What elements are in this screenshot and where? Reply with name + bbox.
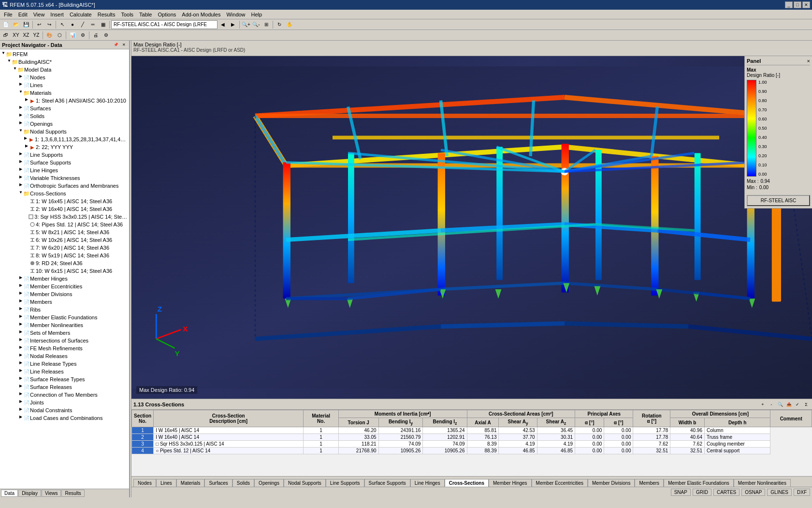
bottom-tab-line-hinges[interactable]: Line Hinges [410,479,445,487]
table-cell[interactable]: 1 [304,434,339,441]
menu-window[interactable]: Window [223,11,248,18]
menu-results[interactable]: Results [95,11,118,18]
bottom-tab-solids[interactable]: Solids [232,479,254,487]
snap-btn[interactable]: SNAP [671,489,691,496]
render-btn[interactable]: 🎨 [44,30,54,40]
tree-item-joints[interactable]: ▶📄Joints [1,399,128,406]
table-cell[interactable]: 46.85 [537,448,575,454]
table-cell[interactable]: 32.51 [670,448,705,454]
table-cell[interactable]: □ Sqr HSS 3x3x0.125 | AISC 14 [154,441,304,448]
print-btn[interactable]: 🖨 [91,30,101,40]
nav-back-btn[interactable]: ◀ [218,20,228,30]
tree-item-openings[interactable]: ▶📄Openings [1,120,128,128]
table-cell[interactable]: 40.96 [670,427,705,434]
table-row[interactable]: 2I W 16x40 | AISC 14133.0521560.791202.9… [132,434,812,441]
table-cell[interactable]: 1 [304,441,339,448]
select-btn[interactable]: ↖ [58,20,67,30]
bottom-tab-member-eccentricities[interactable]: Member Eccentricities [532,479,588,487]
tree-item-ribs[interactable]: ▶📄Ribs [1,306,128,314]
table-cell[interactable]: 42.53 [499,427,537,434]
tree-item-memberelastic[interactable]: ▶📄Member Elastic Foundations [1,314,128,321]
table-filter-btn[interactable]: 🔍 [776,401,784,408]
calc-btn[interactable]: ⚙ [78,30,87,40]
table-cell[interactable]: 76.13 [467,434,499,441]
table-cell[interactable]: 33.05 [338,434,378,441]
table-cell[interactable]: 0.00 [604,441,633,448]
table-sum-btn[interactable]: Σ [802,401,810,408]
line-btn[interactable]: ╱ [78,20,87,30]
redo-btn[interactable]: ↪ [44,20,54,30]
pan-btn[interactable]: ✋ [285,20,294,30]
zoom-in-btn[interactable]: 🔍+ [241,20,251,30]
tree-item-nodalconstraints[interactable]: ▶📄Nodal Constraints [1,406,128,414]
table-row[interactable]: 1I W 16x45 | AISC 14146.2024391.161365.2… [132,427,812,434]
table-cell[interactable]: 10905.26 [378,448,423,454]
nav-pin-btn[interactable]: 📌 [113,42,119,48]
dxf-btn[interactable]: DXF [794,489,810,496]
table-row[interactable]: 3□ Sqr HSS 3x3x0.125 | AISC 141118.2174.… [132,441,812,448]
tree-item-femesh[interactable]: ▶📄FE Mesh Refinements [1,344,128,352]
table-cell[interactable]: Coupling member [704,441,770,448]
tree-item-linereleases[interactable]: ▶📄Line Releases [1,368,128,375]
minimize-btn[interactable]: _ [785,1,793,8]
bottom-tab-nodal-supports[interactable]: Nodal Supports [284,479,326,487]
panel-close-btn[interactable]: × [807,58,810,64]
tree-item-cs2[interactable]: 2: W 16x40 | AISC 14; Steel A36 [1,205,128,213]
tree-item-cs8[interactable]: 8: W 5x19 | AISC 14; Steel A36 [1,252,128,259]
table-cell[interactable]: 40.64 [670,434,705,441]
table-cell[interactable]: 24391.16 [378,427,423,434]
menu-tools[interactable]: Tools [118,11,136,18]
view3d-btn[interactable]: 🗗 [1,30,11,40]
tree-item-solids[interactable]: ▶📄Solids [1,112,128,120]
table-cell[interactable]: Column [704,427,770,434]
table-cell[interactable]: 0.00 [604,448,633,454]
menu-insert[interactable]: Insert [47,11,67,18]
bottom-tab-materials[interactable]: Materials [176,479,205,487]
table-cell[interactable]: 0.00 [604,427,633,434]
table-cell[interactable]: 85.81 [467,427,499,434]
table-cell[interactable]: 4.19 [537,441,575,448]
table-add-btn[interactable]: + [759,401,767,408]
tree-item-materials[interactable]: ▼📁Materials [1,89,128,97]
table-cell[interactable]: I W 16x40 | AISC 14 [154,434,304,441]
viewxz-btn[interactable]: XZ [21,30,31,40]
member-btn[interactable]: ═ [88,20,98,30]
nav-tab-views[interactable]: Views [42,490,61,497]
table-cell[interactable]: 46.20 [338,427,378,434]
tree-item-intersections[interactable]: ▶📄Intersections of Surfaces [1,337,128,344]
bottom-tab-surface-supports[interactable]: Surface Supports [364,479,410,487]
tree-item-memberdivisions[interactable]: ▶📄Member Divisions [1,290,128,298]
table-cell[interactable]: 88.39 [467,448,499,454]
table-cell[interactable]: 1 [304,427,339,434]
table-cell[interactable]: 74.09 [423,441,467,448]
nav-tab-display[interactable]: Display [18,490,41,497]
table-cell[interactable]: 30.31 [537,434,575,441]
tree-item-orthotropic[interactable]: ▶📄Orthotropic Surfaces and Membranes [1,182,128,190]
settings-btn[interactable]: ⚙ [101,30,111,40]
table-cell[interactable]: 0.00 [575,448,604,454]
tree-item-linehinges[interactable]: ▶📄Line Hinges [1,166,128,174]
surface-btn[interactable]: ▦ [98,20,108,30]
table-cell[interactable]: 17.78 [633,434,670,441]
tree-item-cs9[interactable]: 9: RD 24; Steel A36 [1,259,128,267]
table-cell[interactable]: 4.19 [499,441,537,448]
tree-item-variablethicknesses[interactable]: ▶📄Variable Thicknesses [1,174,128,182]
table-row[interactable]: 4○ Pipes Std. 12 | AISC 14121768.9010905… [132,448,812,454]
tree-item-linereleasetypes[interactable]: ▶📄Line Release Types [1,360,128,368]
open-btn[interactable]: 📂 [11,20,21,30]
close-btn[interactable]: ✕ [802,1,810,8]
zoom-out-btn[interactable]: 🔍- [251,20,261,30]
table-cell[interactable]: 3 [132,441,154,448]
tree-item-mat1[interactable]: ▶▶1: Steel A36 | ANSI/AISC 360-10:2010 [1,97,128,105]
table-cell[interactable]: 21560.79 [378,434,423,441]
bottom-tab-members[interactable]: Members [635,479,664,487]
table-cell[interactable]: 7.62 [670,441,705,448]
bottom-tab-member-hinges[interactable]: Member Hinges [489,479,532,487]
table-cell[interactable]: 1 [132,427,154,434]
tree-item-cs1[interactable]: 1: W 16x45 | AISC 14; Steel A36 [1,197,128,205]
table-cell[interactable]: 0.00 [575,434,604,441]
nav-tab-data[interactable]: Data [1,490,18,497]
tree-item-nodes[interactable]: ▶📄Nodes [1,74,128,81]
tree-item-linesupports[interactable]: ▶📄Line Supports [1,151,128,159]
glines-btn[interactable]: GLINES [767,489,792,496]
